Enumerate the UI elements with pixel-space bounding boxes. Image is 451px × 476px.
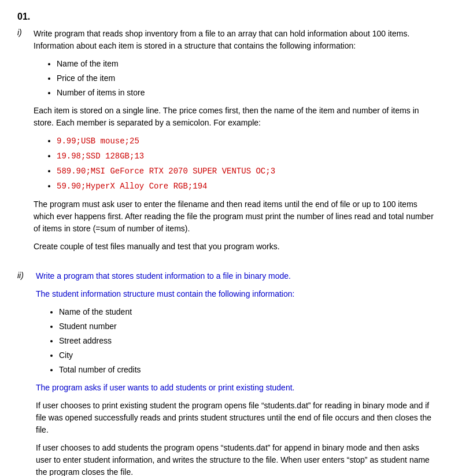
part-ii-desc: The student information structure must c… xyxy=(36,288,434,300)
code-example-2: 19.98;SSD 128GB;13 xyxy=(57,150,434,163)
part-ii-container: ii) Write a program that stores student … xyxy=(17,270,434,476)
part-i-para3: Create couple of test files manually and… xyxy=(34,241,434,253)
code-example-1: 9.99;USB mouse;25 xyxy=(57,135,434,147)
bullet-item-1: Name of the item xyxy=(57,58,434,70)
code-example-3: 589.90;MSI GeForce RTX 2070 SUPER VENTUS… xyxy=(57,165,434,178)
student-bullet-3: Street address xyxy=(59,335,434,347)
student-bullet-5: Total number of credits xyxy=(59,364,434,376)
part-ii-para2: If user chooses to add students the prog… xyxy=(36,442,434,476)
part-ii-bullet-list: Name of the student Student number Stree… xyxy=(59,306,434,376)
part-ii-label: ii) xyxy=(17,270,36,280)
student-bullet-2: Student number xyxy=(59,320,434,333)
part-i-content: Write program that reads shop inventory … xyxy=(34,28,434,259)
part-i-para2: The program must ask user to enter the f… xyxy=(34,198,434,235)
part-i-label: i) xyxy=(17,28,34,37)
part-ii-para1: If user chooses to print existing studen… xyxy=(36,400,434,436)
part-i-intro: Write program that reads shop inventory … xyxy=(34,28,434,52)
part-i-container: i) Write program that reads shop invento… xyxy=(17,28,434,259)
student-bullet-4: City xyxy=(59,349,434,361)
bullet-item-3: Number of items in store xyxy=(57,87,434,99)
part-i-bullet-list: Name of the item Price of the item Numbe… xyxy=(57,58,434,99)
student-bullet-1: Name of the student xyxy=(59,306,434,318)
part-ii-para-blue: The program asks if user wants to add st… xyxy=(36,382,434,394)
code-example-4: 59.90;HyperX Alloy Core RGB;194 xyxy=(57,180,434,193)
part-ii-content: Write a program that stores student info… xyxy=(36,270,434,476)
problem-container: 01. i) Write program that reads shop inv… xyxy=(17,12,434,476)
code-examples-list: 9.99;USB mouse;25 19.98;SSD 128GB;13 589… xyxy=(57,135,434,193)
part-i-description: Each item is stored on a single line. Th… xyxy=(34,105,434,129)
bullet-item-2: Price of the item xyxy=(57,72,434,84)
part-ii-intro: Write a program that stores student info… xyxy=(36,270,434,282)
problem-number: 01. xyxy=(17,12,434,22)
part-ii-wrapper: ii) Write a program that stores student … xyxy=(17,270,434,476)
